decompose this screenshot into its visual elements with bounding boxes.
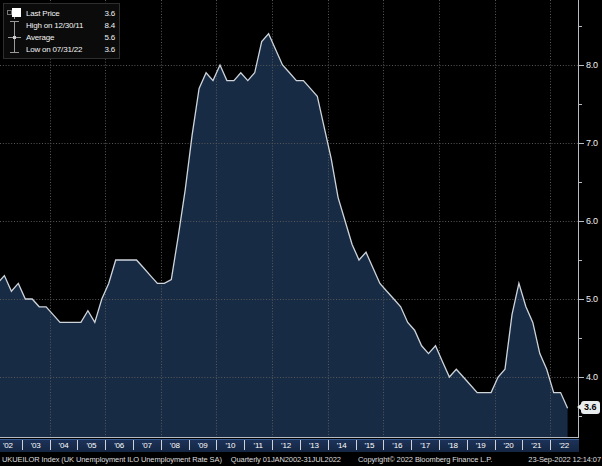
x-axis-tick [356,440,357,450]
y-axis-tick-label: 5.0 [586,294,598,304]
y-axis-tick-label: 7.0 [586,138,598,148]
footer-ticker-description: UKUEILOR Index (UK Unemployment ILO Unem… [2,455,341,464]
x-axis-tick [133,440,134,450]
x-axis-year-label: '21 [524,441,548,450]
unemployment-area-fill [0,34,568,437]
x-axis-year-label: '14 [330,441,354,450]
x-axis-tick [244,440,245,450]
footer: UKUEILOR Index (UK Unemployment ILO Unem… [0,454,602,466]
x-axis-tick [216,440,217,450]
last-price-square-icon [7,7,23,19]
y-axis-tick-label: 8.0 [586,60,598,70]
x-axis-year-label: '03 [24,441,48,450]
x-axis-year-label: '07 [135,441,159,450]
x-axis-tick [383,440,384,450]
x-axis-tick [328,440,329,450]
average-cross-icon [7,31,23,43]
legend-box[interactable]: Last Price3.6High on 12/30/118.4Average5… [3,3,120,59]
x-axis-year-label: '20 [496,441,520,450]
legend-row-last-price[interactable]: Last Price3.6 [7,7,115,19]
x-axis-year-label: '06 [107,441,131,450]
x-axis-year-label: '08 [163,441,187,450]
footer-copyright: Copyright© 2022 Bloomberg Finance L.P. [358,455,492,464]
legend-value: 5.6 [101,33,115,42]
legend-value: 3.6 [101,45,115,54]
high-whisker-icon [7,19,23,31]
legend-value: 8.4 [101,21,115,30]
x-axis-year-label: '19 [469,441,493,450]
x-axis-tick [77,440,78,450]
chart-plot-area[interactable] [0,0,602,466]
x-axis-tick [550,440,551,450]
bloomberg-chart-window: Last Price3.6High on 12/30/118.4Average5… [0,0,602,466]
x-axis-year-label: '13 [302,441,326,450]
legend-label: Last Price [26,9,98,18]
legend-label: High on 12/30/11 [26,21,98,30]
low-whisker-icon [7,43,23,55]
legend-value: 3.6 [101,9,115,18]
x-axis-year-label: '05 [79,441,103,450]
x-axis-tick [161,440,162,450]
x-axis: '02'03'04'05'06'07'08'09'10'11'12'13'14'… [0,439,579,452]
footer-timestamp: 23-Sep-2022 12:14:07 [528,455,601,464]
x-axis-year-label: '10 [218,441,242,450]
x-axis-tick [495,440,496,450]
x-axis-year-label: '16 [385,441,409,450]
x-axis-tick [439,440,440,450]
x-axis-year-label: '04 [52,441,76,450]
x-axis-tick [105,440,106,450]
x-axis-year-label: '12 [274,441,298,450]
x-axis-year-label: '22 [552,441,576,450]
x-axis-year-label: '15 [357,441,381,450]
x-axis-year-label: '11 [246,441,270,450]
legend-row-high-on-12-30-11[interactable]: High on 12/30/118.4 [7,19,115,31]
x-axis-year-label: '17 [413,441,437,450]
x-axis-year-label: '18 [441,441,465,450]
x-axis-year-label: '02 [0,441,20,450]
x-axis-tick [189,440,190,450]
x-axis-year-label: '09 [191,441,215,450]
last-price-badge: 3.6 [581,401,600,414]
y-axis-tick-label: 6.0 [586,216,598,226]
x-axis-tick [522,440,523,450]
ticker-text: UKUEILOR Index (UK Unemployment ILO Unem… [2,455,222,464]
x-axis-tick [411,440,412,450]
y-axis-tick-label: 4.0 [586,372,598,382]
x-axis-tick [300,440,301,450]
x-axis-tick [272,440,273,450]
legend-label: Low on 07/31/22 [26,45,98,54]
legend-row-low-on-07-31-22[interactable]: Low on 07/31/223.6 [7,43,115,55]
legend-row-average[interactable]: Average5.6 [7,31,115,43]
legend-label: Average [26,33,98,42]
footer-date-range: Quarterly 01JAN2002-31JUL2022 [231,455,341,464]
x-axis-tick [467,440,468,450]
x-axis-tick [22,440,23,450]
x-axis-tick [50,440,51,450]
